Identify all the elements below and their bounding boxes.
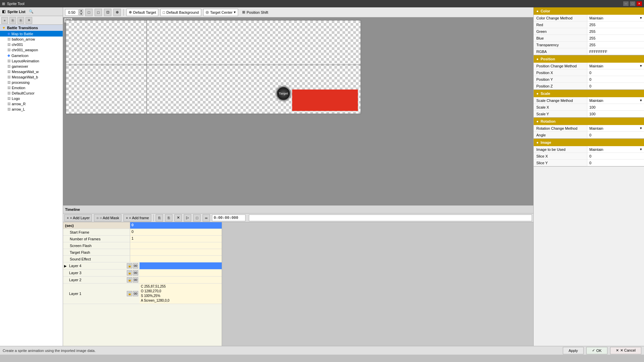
rotation-change-method-value[interactable]: Maintain ▾	[587, 125, 644, 131]
layer-4-expand[interactable]: ▶	[63, 264, 68, 268]
tl-paste-button[interactable]: ⎘	[165, 214, 172, 222]
position-z-value[interactable]: 0	[587, 83, 644, 89]
sidebar-item-processing[interactable]: 🖼 processing	[0, 80, 63, 85]
ok-button[interactable]: ✓ OK	[586, 347, 607, 354]
sound-effect-value[interactable]	[130, 256, 222, 262]
add-zoom-button[interactable]: ⊕	[113, 9, 121, 16]
image-used-value[interactable]: Maintain ▾	[587, 146, 644, 153]
item-label: gameover	[12, 64, 28, 68]
actual-size-button[interactable]: □	[95, 9, 102, 16]
scale-y-value[interactable]: 100	[587, 111, 644, 117]
target-selector-button[interactable]: ⊕ Default Target	[126, 9, 158, 16]
position-x-value[interactable]: 0	[587, 69, 644, 76]
center-selector-button[interactable]: ◎ Target Center ▾	[203, 9, 238, 16]
target-flash-value[interactable]	[130, 249, 222, 255]
transparency-value[interactable]: 255	[587, 42, 644, 48]
green-value[interactable]: 255	[587, 28, 644, 35]
angle-value[interactable]: 0	[587, 132, 644, 138]
close-button[interactable]: ✕	[637, 1, 642, 6]
sidebar-item-arrow-r[interactable]: 🖼 arrow_R	[0, 101, 63, 107]
position-section-header[interactable]: ● Position	[534, 55, 644, 63]
rotation-section-header[interactable]: ● Rotation	[534, 118, 644, 125]
sidebar-item-battle-transitions[interactable]: ▼ Battle Transitions	[0, 25, 63, 31]
layer-3-track[interactable]	[140, 269, 222, 276]
screen-flash-value[interactable]	[130, 242, 222, 249]
tl-play-button[interactable]: ▷	[184, 214, 191, 222]
sidebar-item-map-to-battle[interactable]: ◆ Map to Battle	[0, 31, 63, 37]
fit-view-button[interactable]: □	[85, 9, 93, 16]
zoom-input[interactable]: 0.50	[65, 9, 78, 16]
sidebar-item-chr001[interactable]: 🖼 chr001	[0, 42, 63, 47]
sidebar-item-gameover[interactable]: 🖼 gameover	[0, 64, 63, 69]
tl-stop-button[interactable]: □	[193, 214, 201, 222]
layer-2-lock-icon[interactable]: 🔒	[127, 277, 132, 283]
layer-4-row: ▶ Layer 4 🔒 00	[63, 262, 222, 269]
sidebar-item-defaultcursor[interactable]: 🖼 DefaultCursor	[0, 90, 63, 96]
tl-scrubber[interactable]	[249, 215, 532, 221]
zoom-control: 0.50 ▲ ▼	[65, 9, 83, 16]
img-icon: 🖼	[7, 75, 10, 79]
layer-2-visibility-icon[interactable]: 00	[133, 277, 138, 283]
add-layer-button[interactable]: + + Add Layer	[64, 214, 92, 222]
sprite-list-title: Sprite List	[7, 10, 25, 14]
sidebar-item-balloon-arrow[interactable]: 🖼 balloon_arrow	[0, 37, 63, 42]
item-label: Logo	[12, 97, 20, 101]
rgba-value[interactable]: FFFFFFFF	[587, 48, 644, 55]
sec-value[interactable]: 0	[130, 222, 222, 229]
scale-change-method-value[interactable]: Maintain ▾	[587, 97, 644, 104]
tl-copy-button[interactable]: ⎘	[156, 214, 163, 222]
layer-3-visibility-icon[interactable]: 00	[133, 270, 138, 276]
position-y-value[interactable]: 0	[587, 76, 644, 82]
zoom-down-button[interactable]: ▼	[79, 12, 83, 16]
slice-x-value[interactable]: 0	[587, 153, 644, 159]
sidebar-item-gameicon[interactable]: ◆ GameIcon	[0, 53, 63, 58]
img-icon: 🖼	[7, 38, 10, 41]
add-mask-button[interactable]: ○ ○ Add Mask	[94, 214, 121, 222]
transparency-label: Transparency	[534, 42, 587, 48]
sidebar-item-layoutanimation[interactable]: 🖼 LayoutAnimation	[0, 58, 63, 64]
image-section-header[interactable]: ● Image	[534, 139, 644, 146]
fit-width-button[interactable]: ⊡	[104, 9, 111, 16]
layer-1-visibility-icon[interactable]: 00	[133, 291, 138, 296]
scale-x-value[interactable]: 100	[587, 104, 644, 110]
sidebar-item-messagewait-w[interactable]: 🖼 MessageWait_w	[0, 69, 63, 74]
maximize-button[interactable]: □	[630, 1, 635, 6]
add-layer-label: + Add Layer	[70, 216, 90, 220]
delete-sprite-button[interactable]: ✕	[25, 17, 32, 24]
canvas-viewport[interactable]: Target	[66, 20, 361, 114]
layer-2-track[interactable]	[140, 277, 222, 283]
add-frame-button[interactable]: + + Add frame	[123, 214, 151, 222]
color-change-method-value[interactable]: Maintain ▾	[587, 15, 644, 21]
red-value[interactable]: 255	[587, 21, 644, 28]
background-selector-button[interactable]: □ Default Background	[160, 9, 201, 16]
layer-4-visibility-icon[interactable]: 00	[133, 263, 138, 268]
sidebar-item-emotion[interactable]: 🖼 Emotion	[0, 85, 63, 90]
zoom-up-button[interactable]: ▲	[79, 9, 83, 12]
sidebar-item-chr001-weapon[interactable]: 🖼 chr001_weapon	[0, 47, 63, 53]
sidebar-item-messagewait-b[interactable]: 🖼 MessageWait_b	[0, 74, 63, 80]
layer-4-lock-icon[interactable]: 🔒	[127, 263, 132, 268]
sidebar-item-arrow-l[interactable]: 🖼 arrow_L	[0, 107, 63, 112]
slice-y-value[interactable]: 0	[587, 160, 644, 166]
position-change-method-value[interactable]: Maintain ▾	[587, 63, 644, 69]
target-flash-row: Target Flash	[63, 249, 222, 256]
sidebar-item-logo[interactable]: 🖼 Logo	[0, 96, 63, 101]
tl-loop-button[interactable]: ∞	[203, 214, 210, 222]
layer-1-track[interactable]: C 255,87,51,255 O 1280,270,0 S 100%,25% …	[140, 284, 222, 304]
blue-value[interactable]: 255	[587, 35, 644, 41]
cancel-button[interactable]: ✕ ✕ Cancel	[610, 347, 641, 354]
color-section-header[interactable]: ● Color	[534, 7, 644, 15]
copy-sprite-button[interactable]: ⎘	[9, 17, 16, 24]
minimize-button[interactable]: ─	[623, 1, 629, 6]
layer-4-track[interactable]	[140, 262, 222, 269]
layer-3-lock-icon[interactable]: 🔒	[127, 270, 132, 276]
start-frame-value[interactable]: 0	[130, 229, 222, 235]
apply-button[interactable]: Apply	[563, 347, 584, 354]
paste-sprite-button[interactable]: ⎘	[17, 17, 24, 24]
layer-1-lock-icon[interactable]: 🔒	[127, 291, 132, 296]
sprite-list-search-icon[interactable]: 🔍	[29, 9, 34, 14]
add-sprite-button[interactable]: +	[1, 17, 8, 24]
number-of-frames-value[interactable]: 1	[130, 236, 222, 242]
tl-delete-button[interactable]: ✕	[174, 214, 182, 222]
scale-section-header[interactable]: ● Scale	[534, 90, 644, 97]
